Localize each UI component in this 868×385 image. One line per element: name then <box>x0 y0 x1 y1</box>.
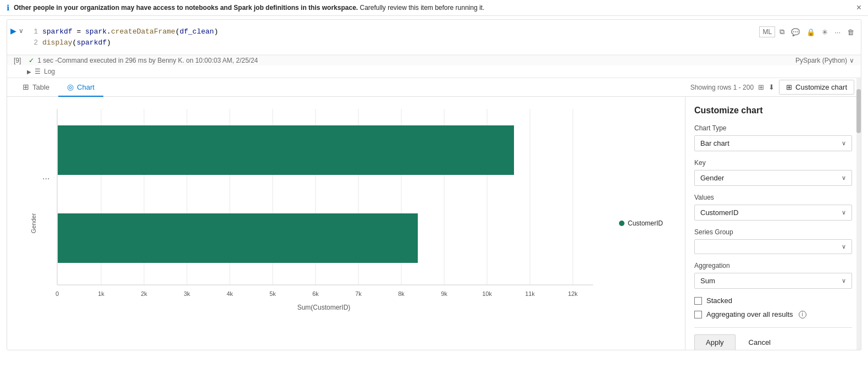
delete-button[interactable]: 🗑 <box>845 27 856 37</box>
key-label: Key <box>694 159 852 167</box>
language-badge: PySpark (Python) <box>795 57 847 64</box>
svg-text:12k: 12k <box>568 290 578 297</box>
customize-chart-label: Customize chart <box>795 83 847 91</box>
bar-female <box>58 125 514 175</box>
apply-button[interactable]: Apply <box>694 334 736 350</box>
chart-type-select[interactable]: Bar chart ∨ <box>694 135 852 151</box>
svg-text:8k: 8k <box>398 290 405 297</box>
tab-table-label: Table <box>32 83 49 91</box>
agg-results-label: Aggregating over all results <box>706 310 793 318</box>
tab-table[interactable]: ⊞ Table <box>14 78 58 97</box>
bar-male <box>58 213 418 263</box>
scrollbar-thumb[interactable] <box>856 97 861 133</box>
svg-text:2k: 2k <box>141 290 147 297</box>
collapse-button[interactable]: ∨ <box>19 27 24 35</box>
chart-type-value: Bar chart <box>700 139 729 147</box>
lock-button[interactable]: 🔒 <box>804 27 817 37</box>
log-icon: ☰ <box>35 68 41 75</box>
copy-button[interactable]: ⧉ <box>777 26 787 37</box>
svg-text:9k: 9k <box>441 290 447 297</box>
notebook-cell: ▶ ∨ 1 sparkdf = spark.createDataFrame(df… <box>7 19 861 350</box>
aggregation-section: Aggregation Sum ∨ <box>694 262 852 289</box>
series-group-select[interactable]: ∨ <box>694 239 852 254</box>
aggregation-label: Aggregation <box>694 262 852 270</box>
svg-text:3k: 3k <box>184 290 190 297</box>
info-icon: ℹ <box>7 3 9 12</box>
download-icon[interactable]: ⬇ <box>769 83 775 91</box>
tab-chart[interactable]: ◎ Chart <box>58 78 103 97</box>
key-chevron: ∨ <box>842 174 846 182</box>
chart-svg-container: female male 0 1k 2k 3k 4k 5k 6k 7k 8k 9k… <box>54 103 676 312</box>
aggregation-chevron: ∨ <box>842 277 846 284</box>
stacked-checkbox-row: Stacked <box>694 296 852 305</box>
series-group-section: Series Group ∨ <box>694 228 852 254</box>
y-axis-label: Gender <box>30 213 37 234</box>
values-chevron: ∨ <box>842 209 846 216</box>
log-label: Log <box>44 68 55 75</box>
stacked-checkbox[interactable] <box>694 297 702 305</box>
output-area: ··· ⊞ Table ◎ Chart Showing rows 1 - 200… <box>7 78 861 350</box>
chart-area: CustomerID Gender <box>7 97 685 350</box>
scrollbar-track[interactable] <box>856 97 861 350</box>
values-section: Values CustomerID ∨ <box>694 194 852 221</box>
tab-bar-right: Showing rows 1 - 200 ⊞ ⬇ ⊞ Customize cha… <box>690 80 854 95</box>
agg-results-info-icon[interactable]: i <box>799 311 806 318</box>
svg-text:7k: 7k <box>355 290 362 297</box>
customize-panel: Customize chart Chart Type Bar chart ∨ K… <box>685 97 861 350</box>
svg-text:1k: 1k <box>98 290 104 297</box>
code-line-1: 1 sparkdf = spark.createDataFrame(df_cle… <box>27 26 755 37</box>
key-select[interactable]: Gender ∨ <box>694 170 852 186</box>
code-area[interactable]: 1 sparkdf = spark.createDataFrame(df_cle… <box>27 24 755 50</box>
stacked-label: Stacked <box>706 296 732 305</box>
tab-bar: ⊞ Table ◎ Chart Showing rows 1 - 200 ⊞ ⬇… <box>7 78 861 97</box>
cell-header: ▶ ∨ 1 sparkdf = spark.createDataFrame(df… <box>7 20 861 55</box>
showing-rows-text: Showing rows 1 - 200 <box>690 84 754 91</box>
svg-text:11k: 11k <box>525 290 535 297</box>
svg-text:Sum(CustomerID): Sum(CustomerID) <box>297 304 351 311</box>
key-section: Key Gender ∨ <box>694 159 852 186</box>
tab-chart-label: Chart <box>77 83 95 91</box>
log-row[interactable]: ▶ ☰ Log <box>7 65 861 78</box>
svg-text:6k: 6k <box>312 290 319 297</box>
table-view-icon[interactable]: ⊞ <box>758 83 764 91</box>
chart-type-chevron: ∨ <box>842 140 846 147</box>
svg-text:5k: 5k <box>269 290 276 297</box>
ml-button[interactable]: ML <box>759 26 775 37</box>
series-group-chevron: ∨ <box>842 243 846 250</box>
values-value: CustomerID <box>700 208 738 217</box>
customize-chart-button[interactable]: ⊞ Customize chart <box>779 80 854 95</box>
chart-type-label: Chart Type <box>694 124 852 132</box>
aggregation-select[interactable]: Sum ∨ <box>694 273 852 289</box>
agg-results-checkbox[interactable] <box>694 311 702 318</box>
aggregation-value: Sum <box>700 277 715 285</box>
language-chevron[interactable]: ∨ <box>849 57 854 64</box>
series-group-label: Series Group <box>694 228 852 236</box>
star-button[interactable]: ✳ <box>820 27 830 37</box>
bar-chart-svg: female male 0 1k 2k 3k 4k 5k 6k 7k 8k 9k… <box>54 103 632 312</box>
status-check-icon: ✓ <box>29 57 34 64</box>
cell-toolbar: ML ⧉ 💬 🔒 ✳ ··· 🗑 <box>755 24 861 40</box>
chart-type-section: Chart Type Bar chart ∨ <box>694 124 852 151</box>
cell-number: [9] <box>14 57 25 64</box>
warning-bar: ℹ Other people in your organization may … <box>0 0 868 16</box>
warning-text: Other people in your organization may ha… <box>14 4 484 12</box>
code-line-2: 2 display(sparkdf) <box>27 37 755 48</box>
svg-text:4k: 4k <box>226 290 233 297</box>
run-button[interactable]: ▶ <box>10 26 16 35</box>
more-button[interactable]: ··· <box>832 27 843 37</box>
svg-text:10k: 10k <box>482 290 492 297</box>
panel-title: Customize chart <box>694 106 852 116</box>
cell-status-text: 1 sec -Command executed in 296 ms by Ben… <box>37 57 258 64</box>
close-button[interactable]: × <box>856 3 861 13</box>
main-content: CustomerID Gender <box>7 97 861 350</box>
values-select[interactable]: CustomerID ∨ <box>694 205 852 221</box>
cancel-button[interactable]: Cancel <box>740 335 779 350</box>
key-value: Gender <box>700 174 724 182</box>
log-expand-icon: ▶ <box>27 69 31 75</box>
comment-button[interactable]: 💬 <box>789 27 802 37</box>
values-label: Values <box>694 194 852 201</box>
panel-footer: Apply Cancel <box>694 327 852 350</box>
cell-status-bar: [9] ✓ 1 sec -Command executed in 296 ms … <box>7 55 861 65</box>
table-icon: ⊞ <box>23 82 29 91</box>
customize-chart-icon: ⊞ <box>786 83 792 91</box>
